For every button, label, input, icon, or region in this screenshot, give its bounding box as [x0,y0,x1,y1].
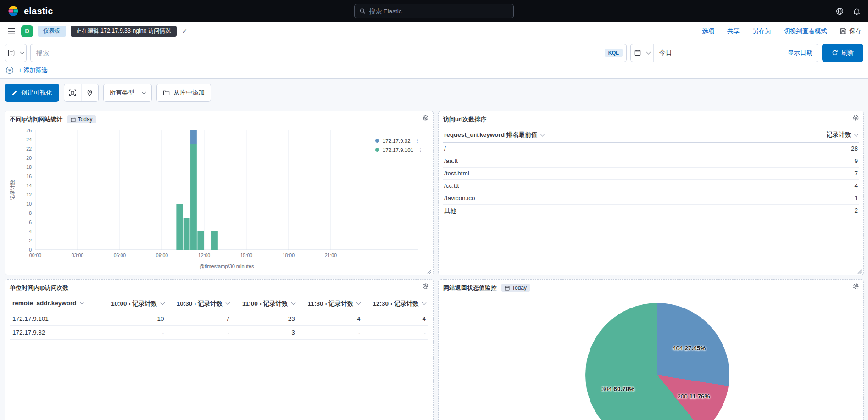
menu-icon[interactable] [6,27,17,35]
panel-settings-icon[interactable] [422,114,429,121]
chevron-down-icon [422,301,427,305]
svg-text:06:00: 06:00 [114,252,126,258]
count-cell: 3 [232,326,298,340]
save-as-button[interactable]: 另存为 [752,27,771,35]
pie-slice-label: 200 11.76% [677,392,710,399]
calendar-icon [505,286,510,291]
add-annotation-button[interactable] [81,84,98,101]
add-from-library-label: 从库中添加 [174,89,205,97]
options-button[interactable]: 选项 [702,27,714,35]
column-header[interactable]: 10:00 › 记录计数 [101,296,167,312]
share-button[interactable]: 共享 [727,27,740,35]
column-header[interactable]: remote_addr.keyword [10,296,101,312]
add-filter-button[interactable]: + 添加筛选 [18,66,47,74]
check-icon: ✓ [182,28,188,35]
brand-text: elastic [24,6,53,17]
save-button[interactable]: 保存 [840,27,862,35]
legend-item[interactable]: 172.17.9.101 ⋮ [375,147,423,153]
panel-grid: 不同ip访问网站统计 Today 00:0003:0006:0009:0012:… [5,111,863,420]
global-search[interactable] [354,4,514,18]
chevron-down-icon [540,132,545,137]
breadcrumb-dashboards[interactable]: 仪表板 [38,26,66,37]
query-input[interactable]: KQL [30,44,627,62]
count-cell: - [167,326,233,340]
refresh-button-label: 刷新 [841,49,854,57]
global-search-input[interactable] [369,8,509,15]
count-cell: 4 [298,312,363,326]
time-range-badge: Today [67,115,96,123]
column-header[interactable]: 11:00 › 记录计数 [232,296,298,312]
svg-text:18:00: 18:00 [283,252,295,258]
count-cell: 4 [854,182,858,189]
panel-ip-per-time: 单位时间内ip访问次数 remote_addr.keyword10:00 › 记… [5,279,434,420]
query-text-input[interactable] [36,49,605,56]
add-from-library-button[interactable]: 从库中添加 [156,84,211,102]
panel-status-pie: 网站返回状态值监控 Today 404 27.45%200 11.76%304 … [438,279,864,420]
legend-label: 172.17.9.101 [383,147,413,153]
url-cell: /cc.ttt [444,182,459,189]
breadcrumb-current: 正在编辑 172.17.9.33-nginx 访问情况 [71,26,177,37]
svg-text:14: 14 [26,183,32,188]
global-header: elastic [0,0,868,22]
panel-title[interactable]: 网站返回状态值监控 [443,284,497,292]
all-types-label: 所有类型 [110,89,134,97]
legend-item[interactable]: 172.17.9.32 ⋮ [375,138,423,144]
globe-icon[interactable] [836,7,844,15]
svg-text:10: 10 [26,201,32,207]
column-header[interactable]: 11:30 › 记录计数 [298,296,363,312]
count-cell: 2 [854,207,858,215]
count-cell: 28 [851,145,858,152]
switch-to-view-mode-button[interactable]: 切换到查看模式 [784,27,828,35]
panel-title[interactable]: 单位时间内ip访问次数 [10,284,69,292]
unified-search: KQL 今日 显示日期 刷新 + 添加筛选 [0,40,868,79]
date-picker-menu-button[interactable] [631,44,654,62]
column-header-count[interactable]: 记录计数 [826,131,858,139]
svg-text:8: 8 [29,210,32,216]
add-control-button[interactable] [64,84,81,101]
panel-settings-icon[interactable] [422,283,429,290]
filter-icon[interactable] [6,66,14,74]
legend-color-dot [375,139,379,143]
save-button-label: 保存 [849,27,862,35]
elastic-logo-icon [7,5,19,17]
chevron-down-icon [160,301,165,305]
count-cell: - [298,326,363,340]
panel-title[interactable]: 访问url次数排序 [443,115,487,123]
resize-handle-icon[interactable] [857,269,862,274]
show-dates-button[interactable]: 显示日期 [788,49,818,57]
column-header[interactable]: 10:30 › 记录计数 [167,296,233,312]
kql-badge[interactable]: KQL [605,49,623,57]
create-visualization-button[interactable]: 创建可视化 [5,84,59,102]
panel-settings-icon[interactable] [852,283,859,290]
resize-handle-icon[interactable] [427,269,432,274]
svg-text:22: 22 [26,146,32,151]
panel-url-rank: 访问url次数排序 request_uri.keyword 排名最前值 记录计数… [438,111,864,275]
panel-title[interactable]: 不同ip访问网站统计 [10,115,63,123]
dashboard-viewport: 创建可视化 所有类型 从库中添加 不同ip访问网站统计 [0,79,868,420]
space-avatar[interactable]: D [21,25,33,37]
saved-query-menu-button[interactable] [5,44,27,62]
table-row: 其他 2 [443,205,859,218]
count-cell: 7 [854,170,858,177]
legend-label: 172.17.9.32 [383,138,411,144]
date-range-value[interactable]: 今日 [654,49,678,57]
count-cell: 10 [101,312,167,326]
panel-settings-icon[interactable] [852,114,859,121]
legend-menu-icon[interactable]: ⋮ [418,147,423,153]
count-cell: 23 [232,312,298,326]
time-range-label: Today [78,116,93,123]
notifications-icon[interactable] [853,7,861,15]
panel-ip-stats: 不同ip访问网站统计 Today 00:0003:0006:0009:0012:… [5,111,434,275]
refresh-button[interactable]: 刷新 [822,44,863,62]
column-header-url[interactable]: request_uri.keyword 排名最前值 [444,131,544,139]
header-actions [836,7,861,15]
time-range-label: Today [512,285,527,291]
column-header[interactable]: 12:30 › 记录计数 [363,296,428,312]
svg-text:16: 16 [26,174,32,179]
svg-text:@timestamp/30 minutes: @timestamp/30 minutes [200,263,254,269]
legend-menu-icon[interactable]: ⋮ [415,138,420,144]
svg-text:24: 24 [26,137,32,142]
saved-query-icon [8,50,15,56]
all-types-dropdown[interactable]: 所有类型 [103,84,152,102]
chevron-down-icon [141,90,146,95]
